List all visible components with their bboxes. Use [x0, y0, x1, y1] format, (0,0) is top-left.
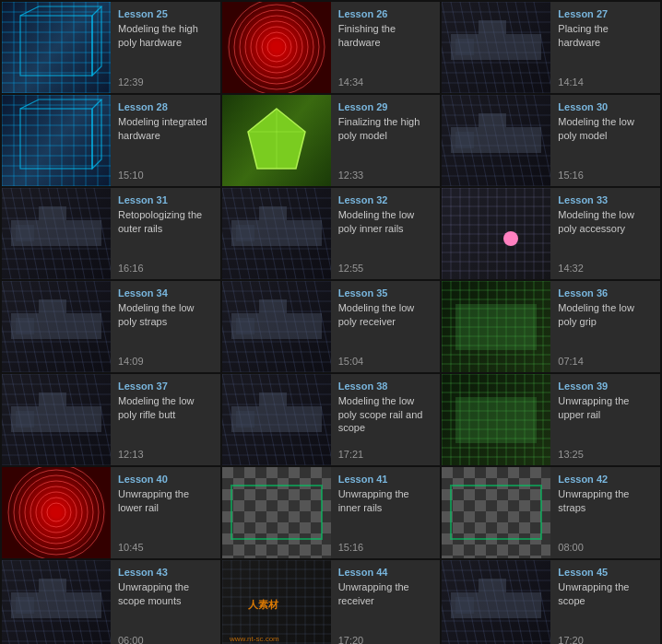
lesson-info: Lesson 27Placing the hardware14:14 — [550, 2, 660, 93]
lesson-info: Lesson 43Unwrapping the scope mounts06:0… — [111, 560, 220, 644]
lesson-duration: 14:34 — [338, 76, 433, 88]
lesson-thumbnail[interactable] — [222, 2, 331, 93]
lesson-item[interactable]: Lesson 25Modeling the high poly hardware… — [2, 2, 220, 93]
lesson-number: Lesson 36 — [558, 287, 653, 299]
lesson-item[interactable]: Lesson 38Modeling the low poly scope rai… — [222, 374, 441, 465]
lesson-number: Lesson 27 — [558, 7, 653, 20]
lesson-item[interactable]: Lesson 33Modeling the low poly accessory… — [442, 188, 660, 279]
lesson-duration: 14:14 — [558, 76, 653, 88]
lesson-title: Modeling the low poly rifle butt — [118, 394, 213, 445]
lesson-title: Retopologizing the outer rails — [118, 208, 213, 259]
lesson-duration: 15:04 — [338, 356, 433, 367]
lesson-number: Lesson 45 — [558, 566, 653, 579]
lesson-title: Modeling integrated hardware — [118, 115, 213, 166]
lesson-title: Modeling the low poly grip — [558, 301, 653, 352]
lesson-title: Modeling the low poly straps — [118, 301, 213, 352]
lesson-thumbnail[interactable] — [222, 188, 331, 279]
lesson-thumbnail[interactable] — [222, 281, 331, 372]
lesson-duration: 14:09 — [118, 356, 213, 367]
lesson-thumbnail[interactable] — [222, 374, 331, 465]
lesson-info: Lesson 25Modeling the high poly hardware… — [111, 2, 220, 93]
lesson-thumbnail[interactable] — [442, 560, 550, 644]
lesson-title: Unwrapping the scope mounts — [118, 580, 213, 631]
lesson-title: Modeling the low poly model — [558, 115, 653, 166]
lesson-thumbnail[interactable] — [442, 2, 550, 93]
lesson-title: Finalizing the high poly model — [338, 115, 433, 166]
lesson-info: Lesson 32Modeling the low poly inner rai… — [331, 188, 441, 279]
lesson-thumbnail[interactable] — [2, 374, 111, 465]
lesson-info: Lesson 29Finalizing the high poly model1… — [331, 95, 441, 186]
lesson-thumbnail[interactable] — [442, 188, 550, 279]
lesson-info: Lesson 33Modeling the low poly accessory… — [550, 188, 660, 279]
lesson-item[interactable]: Lesson 45Unwrapping the scope17:20 — [442, 560, 660, 644]
lesson-thumbnail[interactable] — [2, 281, 111, 372]
lesson-item[interactable]: Lesson 44Unwrapping the receiver17:20 — [222, 560, 441, 644]
lesson-item[interactable]: Lesson 29Finalizing the high poly model1… — [222, 95, 441, 186]
lesson-thumbnail[interactable] — [442, 467, 550, 558]
lessons-grid: Lesson 25Modeling the high poly hardware… — [0, 0, 662, 644]
lesson-title: Modeling the low poly receiver — [338, 301, 433, 352]
lesson-info: Lesson 37Modeling the low poly rifle but… — [111, 374, 220, 465]
lesson-info: Lesson 39Unwrapping the upper rail13:25 — [550, 374, 660, 465]
lesson-duration: 07:14 — [558, 356, 653, 367]
lesson-item[interactable]: Lesson 40Unwrapping the lower rail10:45 — [2, 467, 220, 558]
lesson-thumbnail[interactable] — [442, 281, 550, 372]
lesson-duration: 12:13 — [118, 449, 213, 460]
lesson-item[interactable]: Lesson 27Placing the hardware14:14 — [442, 2, 660, 93]
lesson-thumbnail[interactable] — [442, 374, 550, 465]
lesson-duration: 12:33 — [338, 170, 433, 181]
lesson-thumbnail[interactable] — [222, 467, 331, 558]
lesson-number: Lesson 25 — [118, 7, 213, 20]
lesson-thumbnail[interactable] — [2, 467, 111, 558]
lesson-thumbnail[interactable] — [442, 95, 550, 186]
lesson-info: Lesson 26Finishing the hardware14:34 — [331, 2, 441, 93]
lesson-title: Unwrapping the upper rail — [558, 394, 653, 445]
lesson-title: Modeling the low poly inner rails — [338, 208, 433, 259]
lesson-info: Lesson 31Retopologizing the outer rails1… — [111, 188, 220, 279]
lesson-number: Lesson 34 — [118, 287, 213, 299]
lesson-info: Lesson 40Unwrapping the lower rail10:45 — [111, 467, 220, 558]
lesson-title: Unwrapping the scope — [558, 580, 653, 631]
lesson-info: Lesson 42Unwrapping the straps08:00 — [550, 467, 660, 558]
lesson-duration: 10:45 — [118, 542, 213, 553]
lesson-item[interactable]: Lesson 26Finishing the hardware14:34 — [222, 2, 441, 93]
lesson-title: Placing the hardware — [558, 22, 653, 73]
lesson-item[interactable]: Lesson 42Unwrapping the straps08:00 — [442, 467, 660, 558]
lesson-item[interactable]: Lesson 41Unwrapping the inner rails15:16 — [222, 467, 441, 558]
lesson-thumbnail[interactable] — [2, 95, 111, 186]
lesson-number: Lesson 38 — [338, 380, 433, 392]
lesson-number: Lesson 40 — [118, 473, 213, 486]
lesson-number: Lesson 29 — [338, 100, 433, 113]
lesson-info: Lesson 30Modeling the low poly model15:1… — [550, 95, 660, 186]
lesson-thumbnail[interactable] — [2, 2, 111, 93]
lesson-item[interactable]: Lesson 36Modeling the low poly grip07:14 — [442, 281, 660, 372]
lesson-item[interactable]: Lesson 39Unwrapping the upper rail13:25 — [442, 374, 660, 465]
lesson-item[interactable]: Lesson 28Modeling integrated hardware15:… — [2, 95, 220, 186]
lesson-info: Lesson 38Modeling the low poly scope rai… — [331, 374, 441, 465]
lesson-number: Lesson 35 — [338, 287, 433, 299]
lesson-item[interactable]: Lesson 35Modeling the low poly receiver1… — [222, 281, 441, 372]
lesson-duration: 17:20 — [558, 635, 653, 644]
lesson-info: Lesson 35Modeling the low poly receiver1… — [331, 281, 441, 372]
lesson-item[interactable]: Lesson 31Retopologizing the outer rails1… — [2, 188, 220, 279]
lesson-title: Finishing the hardware — [338, 22, 433, 73]
lesson-duration: 06:00 — [118, 635, 213, 644]
lesson-number: Lesson 32 — [338, 193, 433, 206]
lesson-number: Lesson 30 — [558, 100, 653, 113]
lesson-title: Modeling the low poly scope rail and sco… — [338, 394, 433, 445]
lesson-item[interactable]: Lesson 30Modeling the low poly model15:1… — [442, 95, 660, 186]
lesson-item[interactable]: Lesson 43Unwrapping the scope mounts06:0… — [2, 560, 220, 644]
lesson-item[interactable]: Lesson 37Modeling the low poly rifle but… — [2, 374, 220, 465]
lesson-title: Modeling the low poly accessory — [558, 208, 653, 259]
lesson-info: Lesson 34Modeling the low poly straps14:… — [111, 281, 220, 372]
lesson-title: Unwrapping the inner rails — [338, 487, 433, 538]
lesson-thumbnail[interactable] — [2, 560, 111, 644]
lesson-thumbnail[interactable] — [222, 95, 331, 186]
lesson-thumbnail[interactable] — [2, 188, 111, 279]
lesson-title: Unwrapping the lower rail — [118, 487, 213, 538]
lesson-number: Lesson 28 — [118, 100, 213, 113]
lesson-item[interactable]: Lesson 32Modeling the low poly inner rai… — [222, 188, 441, 279]
lesson-thumbnail[interactable] — [222, 560, 331, 644]
lesson-item[interactable]: Lesson 34Modeling the low poly straps14:… — [2, 281, 220, 372]
lesson-duration: 15:16 — [338, 542, 433, 553]
